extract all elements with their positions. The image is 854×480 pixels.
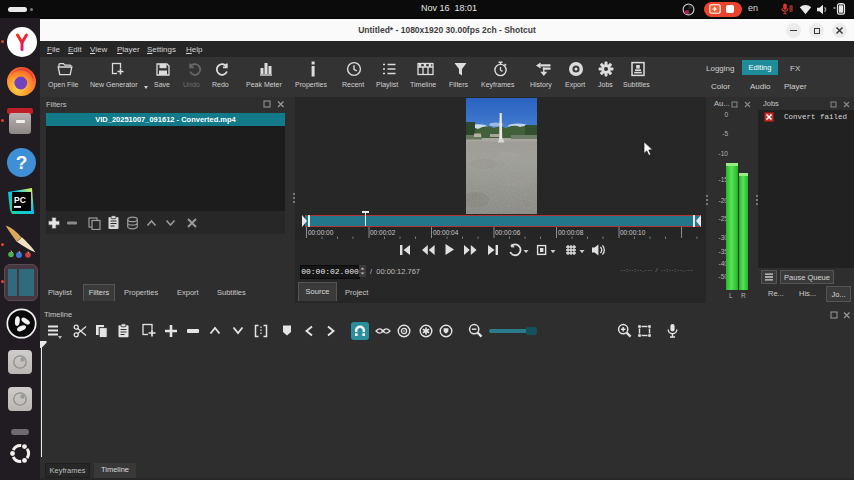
svg-text:PC: PC <box>14 195 26 205</box>
